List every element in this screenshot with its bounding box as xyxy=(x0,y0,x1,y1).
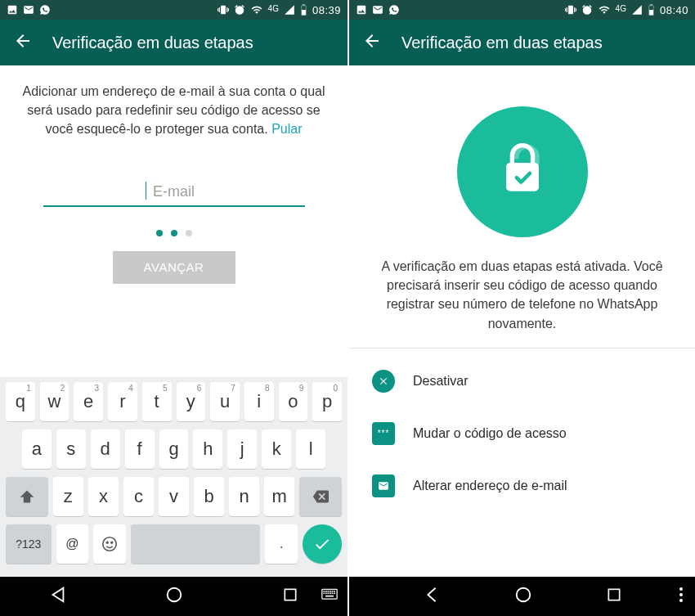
option-label: Mudar o código de acesso xyxy=(413,426,567,441)
back-icon[interactable] xyxy=(362,31,382,54)
dot-2 xyxy=(171,230,177,236)
option-disable[interactable]: Desativar xyxy=(369,355,675,407)
key-u[interactable]: u7 xyxy=(210,382,240,421)
dot-key[interactable]: . xyxy=(265,524,298,564)
svg-point-23 xyxy=(679,587,683,591)
svg-rect-22 xyxy=(608,589,619,600)
key-e[interactable]: e3 xyxy=(74,382,103,421)
key-y[interactable]: y6 xyxy=(177,382,206,421)
vibrate-icon xyxy=(217,4,229,16)
option-change-email[interactable]: Alterar endereço de e-mail xyxy=(369,460,675,512)
symbols-key[interactable]: ?123 xyxy=(6,524,52,564)
key-k[interactable]: k xyxy=(262,429,291,469)
svg-rect-6 xyxy=(324,591,325,592)
battery-icon xyxy=(648,4,655,16)
key-t[interactable]: t5 xyxy=(142,382,172,421)
app-bar-title: Verificação em duas etapas xyxy=(401,34,603,52)
gmail-icon xyxy=(372,4,383,16)
nav-back-icon[interactable] xyxy=(49,586,67,607)
nav-back-icon[interactable] xyxy=(423,586,441,607)
email-field[interactable]: E-mail xyxy=(43,178,305,207)
space-key[interactable] xyxy=(131,524,261,564)
svg-point-0 xyxy=(103,537,117,551)
backspace-key[interactable] xyxy=(299,477,342,516)
svg-rect-7 xyxy=(325,591,327,592)
key-i[interactable]: i8 xyxy=(244,382,274,421)
dot-3 xyxy=(186,230,192,236)
key-h[interactable]: h xyxy=(193,429,222,469)
network-label: 4G xyxy=(268,4,279,13)
nav-bar xyxy=(349,577,695,616)
nav-recent-icon[interactable] xyxy=(282,587,298,606)
keyboard-toggle-icon[interactable] xyxy=(321,588,338,605)
key-p[interactable]: p0 xyxy=(312,382,342,421)
phone-screen-right: 4G 08:40 Verificação em duas etapas A ve… xyxy=(348,0,695,616)
svg-point-24 xyxy=(679,593,683,596)
email-placeholder: E-mail xyxy=(153,183,195,200)
svg-rect-13 xyxy=(325,593,327,595)
nav-recent-icon[interactable] xyxy=(606,587,622,606)
svg-point-2 xyxy=(111,542,113,543)
svg-rect-11 xyxy=(334,591,335,592)
svg-rect-8 xyxy=(328,591,330,592)
at-key[interactable]: @ xyxy=(56,524,89,564)
key-g[interactable]: g xyxy=(159,429,189,469)
key-c[interactable]: c xyxy=(123,477,154,516)
image-icon xyxy=(7,4,18,16)
key-z[interactable]: z xyxy=(53,477,83,516)
option-label: Alterar endereço de e-mail xyxy=(413,479,567,493)
advance-button[interactable]: AVANÇAR xyxy=(113,251,235,284)
status-time: 08:40 xyxy=(660,4,688,16)
whatsapp-icon xyxy=(388,4,400,16)
key-w[interactable]: w2 xyxy=(40,382,70,421)
keyboard: q1 w2 e3 r4 t5 y6 u7 i8 o9 p0 a s d f g … xyxy=(0,377,348,577)
description-text: A verificação em duas etapas está ativad… xyxy=(369,257,675,333)
enter-key[interactable] xyxy=(303,524,342,564)
skip-link[interactable]: Pular xyxy=(271,122,302,136)
key-j[interactable]: j xyxy=(227,429,257,469)
alarm-icon xyxy=(234,4,245,16)
wifi-icon xyxy=(250,4,263,16)
svg-point-1 xyxy=(106,542,108,543)
nav-home-icon[interactable] xyxy=(514,586,532,607)
key-a[interactable]: a xyxy=(22,429,52,469)
battery-icon xyxy=(300,4,307,16)
key-q[interactable]: q1 xyxy=(6,382,35,421)
back-icon[interactable] xyxy=(13,31,33,54)
key-v[interactable]: v xyxy=(159,477,189,516)
shift-key[interactable] xyxy=(6,477,48,516)
key-b[interactable]: b xyxy=(194,477,224,516)
key-n[interactable]: n xyxy=(229,477,259,516)
key-m[interactable]: m xyxy=(264,477,294,516)
option-label: Desativar xyxy=(413,374,469,389)
description-text: Adicionar um endereço de e-mail à sua co… xyxy=(20,82,328,139)
network-label: 4G xyxy=(616,4,626,13)
keyboard-row-3: z x c v b n m xyxy=(3,477,344,516)
key-o[interactable]: o9 xyxy=(279,382,308,421)
svg-rect-9 xyxy=(330,591,331,592)
app-bar: Verificação em duas etapas xyxy=(0,20,348,65)
svg-rect-10 xyxy=(332,591,334,592)
key-d[interactable]: d xyxy=(91,429,120,469)
wifi-icon xyxy=(598,4,611,16)
nav-menu-icon[interactable] xyxy=(679,587,684,606)
dot-1 xyxy=(156,230,163,236)
key-x[interactable]: x xyxy=(88,477,119,516)
key-r[interactable]: r4 xyxy=(108,382,137,421)
svg-rect-15 xyxy=(330,593,331,595)
page-indicator xyxy=(20,230,328,236)
svg-point-25 xyxy=(679,599,683,602)
key-l[interactable]: l xyxy=(296,429,325,469)
emoji-key[interactable] xyxy=(93,524,126,564)
phone-screen-left: 4G 08:39 Verificação em duas etapas Adic… xyxy=(0,0,348,616)
keyboard-row-1: q1 w2 e3 r4 t5 y6 u7 i8 o9 p0 xyxy=(3,382,344,421)
nav-home-icon[interactable] xyxy=(165,586,183,607)
close-icon xyxy=(372,370,395,393)
lock-badge xyxy=(457,106,588,237)
key-f[interactable]: f xyxy=(125,429,155,469)
gmail-icon xyxy=(23,4,34,16)
key-s[interactable]: s xyxy=(56,429,86,469)
option-change-code[interactable]: *** Mudar o código de acesso xyxy=(369,407,675,460)
svg-point-21 xyxy=(516,588,530,602)
app-bar-title: Verificação em duas etapas xyxy=(52,34,253,52)
